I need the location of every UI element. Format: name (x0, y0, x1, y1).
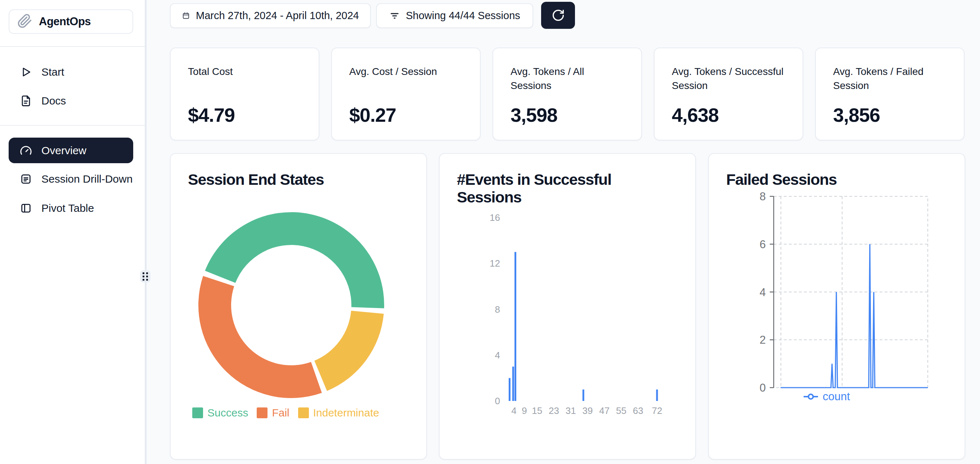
legend-swatch (192, 407, 203, 418)
refresh-icon (552, 9, 565, 22)
sidebar-item-label: Docs (41, 95, 66, 107)
paperclip-logo-icon (17, 13, 32, 30)
stat-value: $4.79 (188, 104, 305, 126)
stat-card-avg-cost-session: Avg. Cost / Session $0.27 (331, 48, 480, 140)
sidebar-item-pivot-table[interactable]: Pivot Table (9, 196, 133, 221)
filter-lines-icon (389, 10, 400, 21)
sidebar-item-label: Session Drill-Down (41, 173, 132, 185)
events-histogram-chart: 0481216491523313947556372 (440, 154, 696, 460)
svg-text:0: 0 (760, 381, 766, 394)
svg-text:15: 15 (532, 405, 542, 416)
session-end-states-card: Session End States Success Fail Indeterm… (170, 153, 427, 460)
svg-text:39: 39 (582, 405, 593, 416)
stat-card-avg-tokens-all: Avg. Tokens / All Sessions 3,598 (493, 48, 642, 140)
stat-value: 4,638 (672, 104, 789, 126)
logo[interactable]: AgentOps (9, 10, 133, 34)
sidebar-divider (145, 0, 146, 464)
legend-label: Indeterminate (313, 407, 379, 419)
sidebar-item-session-drill-down[interactable]: Session Drill-Down (9, 166, 133, 192)
svg-text:2: 2 (760, 333, 766, 346)
legend-line-marker-icon (803, 392, 818, 401)
legend-label: Success (207, 407, 248, 419)
svg-text:16: 16 (490, 212, 500, 223)
svg-text:23: 23 (549, 405, 559, 416)
stat-label: Avg. Tokens / All Sessions (511, 65, 628, 92)
app-title: AgentOps (39, 15, 91, 28)
svg-text:8: 8 (495, 304, 500, 315)
sidebar-item-docs[interactable]: Docs (9, 88, 133, 113)
sessions-filter-label: Showing 44/44 Sessions (406, 10, 520, 22)
stat-value: $0.27 (349, 104, 466, 126)
sidebar-item-overview[interactable]: Overview (9, 138, 133, 163)
stat-label: Avg. Tokens / Successful Session (672, 65, 789, 92)
legend-item-success: Success (192, 407, 248, 419)
agentops-dashboard: { "sidebar": { "logo_text": "AgentOps", … (0, 0, 980, 464)
stat-card-total-cost: Total Cost $4.79 (170, 48, 319, 140)
count-legend: count (803, 390, 850, 403)
sidebar: AgentOps Start Docs Overview (0, 0, 145, 464)
document-icon (20, 95, 32, 107)
stat-card-avg-tokens-successful: Avg. Tokens / Successful Session 4,638 (654, 48, 803, 140)
list-note-icon (20, 173, 32, 185)
svg-text:6: 6 (760, 238, 766, 251)
panel-left-icon (20, 202, 32, 214)
stat-label: Avg. Tokens / Failed Session (833, 65, 950, 92)
stat-card-avg-tokens-failed: Avg. Tokens / Failed Session 3,856 (815, 48, 964, 140)
sidebar-item-start[interactable]: Start (9, 59, 133, 85)
stat-label: Total Cost (188, 65, 305, 79)
events-in-successful-sessions-card: #Events in Successful Sessions 048121649… (439, 153, 696, 460)
legend-swatch (298, 407, 309, 418)
stat-value: 3,598 (511, 104, 628, 126)
svg-text:72: 72 (652, 405, 662, 416)
sidebar-resize-handle[interactable] (140, 270, 151, 282)
failed-sessions-line-chart: 02468 (709, 154, 965, 460)
failed-sessions-card: Failed Sessions 02468 count (708, 153, 965, 460)
play-icon (20, 66, 32, 78)
date-range-label: March 27th, 2024 - April 10th, 2024 (196, 10, 359, 22)
svg-text:4: 4 (511, 405, 516, 416)
legend-label: count (822, 390, 850, 403)
legend-label: Fail (272, 407, 289, 419)
legend-item-fail: Fail (257, 407, 289, 419)
gauge-icon (20, 145, 32, 157)
svg-text:12: 12 (490, 258, 500, 269)
sessions-filter-button[interactable]: Showing 44/44 Sessions (376, 3, 533, 28)
svg-text:31: 31 (566, 405, 576, 416)
stat-label: Avg. Cost / Session (349, 65, 466, 79)
svg-text:9: 9 (522, 405, 527, 416)
sidebar-item-label: Start (41, 66, 64, 78)
svg-text:55: 55 (616, 405, 627, 416)
calendar-icon (182, 11, 190, 20)
svg-text:47: 47 (599, 405, 609, 416)
sidebar-item-label: Pivot Table (41, 202, 94, 214)
refresh-button[interactable] (541, 2, 575, 29)
sidebar-item-label: Overview (41, 145, 86, 157)
legend-swatch (257, 407, 267, 418)
svg-text:63: 63 (633, 405, 643, 416)
donut-legend: Success Fail Indeterminate (192, 407, 379, 419)
date-range-button[interactable]: March 27th, 2024 - April 10th, 2024 (170, 3, 371, 28)
svg-text:4: 4 (495, 350, 500, 360)
svg-text:4: 4 (760, 286, 766, 299)
stat-value: 3,856 (833, 104, 950, 126)
svg-text:0: 0 (495, 395, 500, 407)
svg-text:8: 8 (760, 190, 766, 203)
legend-item-indeterminate: Indeterminate (298, 407, 379, 419)
